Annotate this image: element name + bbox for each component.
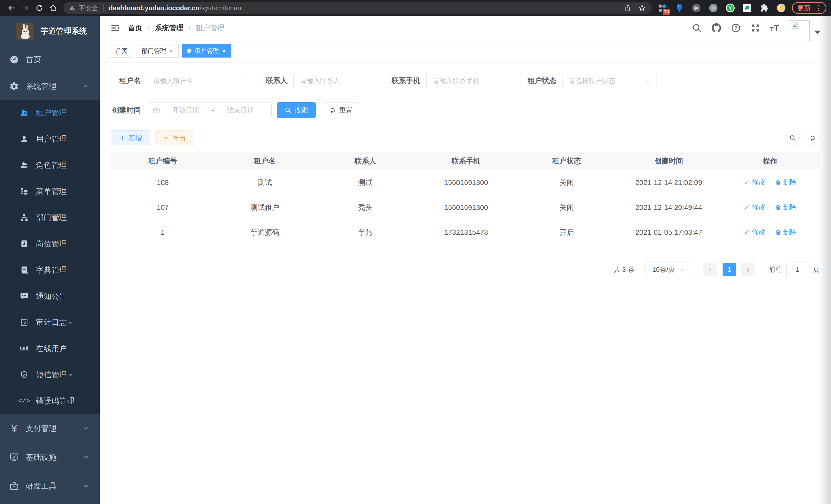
goto-unit-label: 页 bbox=[813, 265, 820, 274]
browser-forward-button[interactable] bbox=[19, 1, 32, 15]
mobile-input[interactable] bbox=[426, 73, 521, 88]
sidebar-item-user[interactable]: 用户管理 bbox=[0, 126, 100, 152]
tenant-name-input[interactable] bbox=[147, 73, 241, 88]
search-button[interactable]: 搜索 bbox=[277, 102, 316, 118]
delete-link[interactable]: 删除 bbox=[775, 228, 797, 237]
browser-update-button[interactable]: 更新 ⋮ bbox=[792, 2, 826, 14]
contact-input[interactable] bbox=[293, 73, 388, 88]
page-content: 租户名 联系人 联系手机 租户状态 请选择租户状态 创建时间 bbox=[100, 62, 831, 277]
cell-tenant-id: 1 bbox=[111, 220, 214, 245]
sidebar-item-audit-log[interactable]: 审计日志 bbox=[0, 309, 100, 335]
cell-status: 开启 bbox=[516, 220, 617, 245]
sidebar-item-sms[interactable]: 短信管理 bbox=[0, 362, 100, 388]
breadcrumb-home[interactable]: 首页 bbox=[128, 23, 142, 33]
fullscreen-icon bbox=[751, 23, 760, 33]
cell-tenant-id: 108 bbox=[111, 170, 214, 195]
reset-button[interactable]: 重置 bbox=[322, 102, 360, 118]
browser-reload-button[interactable] bbox=[32, 1, 46, 15]
svg-text:⌘: ⌘ bbox=[694, 5, 699, 11]
sidebar-item-dept[interactable]: 部门管理 bbox=[0, 205, 100, 231]
sidebar-item-role[interactable]: 角色管理 bbox=[0, 152, 100, 178]
search-button-label: 搜索 bbox=[294, 106, 308, 115]
delete-link[interactable]: 删除 bbox=[775, 178, 797, 187]
tenant-table: 租户编号 租户名 联系人 联系手机 租户状态 创建时间 操作 108 测试 测试… bbox=[111, 152, 820, 245]
refresh-table-button[interactable] bbox=[806, 131, 820, 145]
fullscreen-button[interactable] bbox=[751, 23, 760, 33]
date-range-picker[interactable]: 开始日期 - 结束日期 bbox=[147, 102, 271, 118]
col-created: 创建时间 bbox=[617, 152, 720, 170]
edit-link[interactable]: 修改 bbox=[744, 203, 765, 212]
col-phone: 联系手机 bbox=[416, 152, 516, 170]
forward-arrow-icon bbox=[21, 4, 30, 12]
sidebar-item-system[interactable]: 系统管理 bbox=[0, 73, 100, 100]
sidebar-item-post[interactable]: 岗位管理 bbox=[0, 231, 100, 257]
share-icon[interactable] bbox=[624, 4, 632, 12]
prev-page-button[interactable] bbox=[703, 263, 717, 276]
edit-link[interactable]: 修改 bbox=[744, 228, 765, 237]
page-size-value: 10条/页 bbox=[652, 265, 675, 274]
browser-home-button[interactable] bbox=[46, 1, 60, 15]
app-logo[interactable]: 芋道管理系统 bbox=[0, 16, 100, 46]
col-tenant-name: 租户名 bbox=[214, 152, 315, 170]
start-date-placeholder: 开始日期 bbox=[160, 106, 211, 115]
sidebar-item-pay[interactable]: ¥ 支付管理 bbox=[0, 414, 100, 443]
sidebar-toggle-button[interactable] bbox=[100, 23, 128, 33]
sidebar-item-error-code[interactable]: </> 错误码管理 bbox=[0, 388, 100, 414]
extension-y-logo-icon[interactable]: Y bbox=[725, 3, 736, 13]
add-button[interactable]: 新增 bbox=[111, 130, 150, 145]
address-bar[interactable]: 不安全 dashboard.yudao.iocoder.cn /system/t… bbox=[63, 2, 652, 14]
sidebar-item-infra[interactable]: 基础设施 bbox=[0, 443, 100, 472]
sidebar-item-home[interactable]: 首页 bbox=[0, 46, 100, 73]
sidebar-item-dict[interactable]: 字典管理 bbox=[0, 257, 100, 283]
dashboard-icon bbox=[8, 55, 20, 64]
sidebar-item-label: 字典管理 bbox=[36, 265, 67, 275]
delete-link[interactable]: 删除 bbox=[775, 203, 797, 212]
export-button[interactable]: 导出 bbox=[155, 130, 193, 145]
tab-close-icon[interactable]: × bbox=[169, 48, 173, 54]
briefcase-icon bbox=[8, 481, 20, 491]
security-status[interactable]: 不安全 bbox=[69, 4, 98, 12]
help-button[interactable]: ? bbox=[731, 23, 741, 33]
security-label: 不安全 bbox=[79, 4, 98, 12]
status-select[interactable]: 请选择租户状态 bbox=[562, 73, 657, 88]
tab-close-icon[interactable]: × bbox=[222, 48, 226, 54]
tab-label: 首页 bbox=[115, 47, 128, 55]
sidebar-item-online-user[interactable]: 在线用户 bbox=[0, 335, 100, 362]
extensions-puzzle-icon[interactable] bbox=[759, 3, 769, 13]
github-button[interactable] bbox=[712, 23, 721, 33]
sidebar-item-notice[interactable]: 通知公告 bbox=[0, 283, 100, 309]
dictionary-book-icon bbox=[19, 266, 29, 274]
sidebar-item-label: 通知公告 bbox=[36, 291, 67, 302]
extension-pin-icon[interactable] bbox=[674, 3, 685, 13]
sidebar-item-tenant[interactable]: 租户管理 bbox=[0, 100, 100, 126]
cell-tenant-name: 测试租户 bbox=[214, 195, 315, 220]
tab-dept[interactable]: 部门管理 × bbox=[136, 44, 179, 58]
tree-table-icon bbox=[19, 187, 29, 196]
sidebar-item-menu[interactable]: 菜单管理 bbox=[0, 178, 100, 205]
goto-page-input[interactable] bbox=[786, 263, 809, 277]
extension-command-icon[interactable]: ⌘ bbox=[691, 3, 701, 13]
bookmark-star-icon[interactable] bbox=[638, 4, 646, 12]
extension-chat-icon[interactable] bbox=[742, 3, 752, 13]
tab-home[interactable]: 首页 bbox=[110, 44, 133, 58]
extension-badge: 10 bbox=[663, 9, 670, 14]
browser-menu-icon[interactable]: ⋮ bbox=[815, 4, 822, 12]
browser-back-button[interactable] bbox=[5, 1, 19, 15]
url-path: /system/tenant bbox=[200, 4, 243, 12]
current-page-button[interactable]: 1 bbox=[722, 263, 736, 276]
sidebar-item-dev-tools[interactable]: 研发工具 bbox=[0, 472, 100, 500]
page-size-select[interactable]: 10条/页 bbox=[645, 263, 692, 277]
font-size-button[interactable]: TT bbox=[770, 24, 779, 32]
tab-tenant[interactable]: 租户管理 × bbox=[182, 44, 231, 58]
show-search-toggle-button[interactable] bbox=[786, 131, 800, 145]
breadcrumb-system[interactable]: 系统管理 bbox=[155, 23, 183, 33]
yen-icon: ¥ bbox=[8, 423, 20, 435]
extension-tampermonkey-icon[interactable]: 10 bbox=[657, 3, 667, 13]
header-search-button[interactable] bbox=[692, 23, 702, 33]
profile-avatar-icon[interactable] bbox=[776, 3, 786, 13]
extension-record-icon[interactable] bbox=[708, 3, 718, 13]
next-page-button[interactable] bbox=[741, 263, 755, 276]
main-area: 首页 / 系统管理 / 租户管理 ? TT bbox=[100, 16, 831, 504]
user-avatar-dropdown[interactable] bbox=[789, 20, 821, 36]
edit-link[interactable]: 修改 bbox=[744, 178, 765, 187]
